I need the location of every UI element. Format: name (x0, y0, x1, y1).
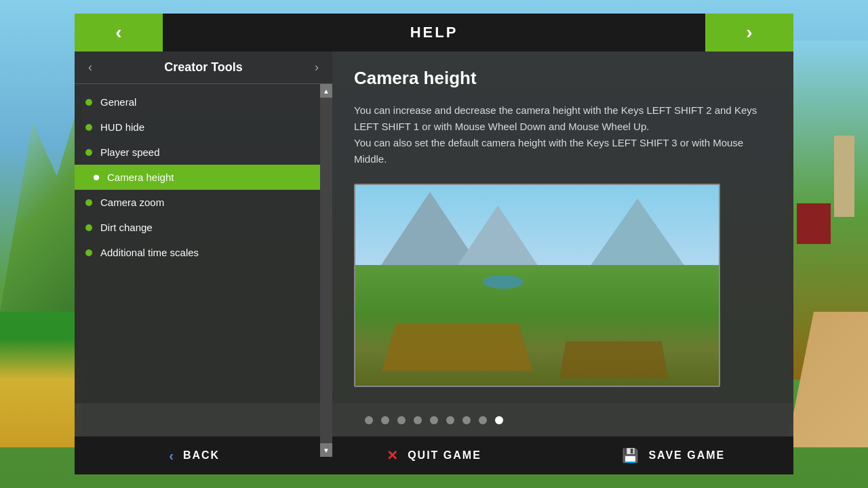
dot-6[interactable] (446, 416, 454, 424)
header-title: HELP (410, 24, 458, 41)
img-mountain3 (590, 199, 685, 266)
bullet-player-speed (85, 149, 92, 156)
bullet-dirt-change (85, 224, 92, 231)
nav-prev-icon: ‹ (115, 22, 121, 43)
img-water (483, 275, 524, 289)
dots-indicator-bar (75, 403, 793, 436)
bullet-additional-time-scales (85, 249, 92, 256)
sidebar-items-list: General HUD hide Player speed Camera hei… (75, 84, 332, 403)
quit-button[interactable]: ✕ QUIT GAME (314, 436, 553, 474)
back-label: BACK (183, 449, 220, 462)
sidebar-label-camera-height: Camera height (107, 171, 174, 183)
save-icon: 💾 (622, 447, 640, 464)
scroll-up-button[interactable]: ▲ (320, 84, 332, 98)
bg-silo (834, 136, 854, 217)
header-title-bar: HELP (163, 14, 705, 52)
content-paragraph1: You can increase and decrease the camera… (354, 102, 772, 167)
dot-5[interactable] (430, 416, 438, 424)
bg-sunflowers (0, 312, 81, 447)
quit-icon: ✕ (387, 447, 399, 464)
dot-8[interactable] (479, 416, 487, 424)
back-button[interactable]: ‹ BACK (75, 436, 314, 474)
dot-7[interactable] (462, 416, 471, 424)
bullet-general (85, 99, 92, 106)
img-fields1 (382, 324, 532, 371)
bottom-bar: ‹ BACK ✕ QUIT GAME 💾 SAVE GAME (75, 436, 793, 474)
sidebar: ‹ Creator Tools › General HUD hide (75, 52, 332, 403)
sidebar-label-dirt-change: Dirt change (100, 222, 153, 233)
main-content: Camera height You can increase and decre… (332, 52, 793, 403)
bullet-hud-hide (85, 124, 92, 131)
dot-9[interactable] (495, 416, 503, 424)
sidebar-item-general[interactable]: General (75, 89, 320, 115)
scroll-track (320, 98, 332, 403)
sidebar-label-player-speed: Player speed (100, 146, 160, 158)
content-title: Camera height (354, 68, 772, 89)
dot-1[interactable] (365, 416, 373, 424)
nav-prev-button[interactable]: ‹ (75, 14, 163, 52)
nav-next-button[interactable]: › (705, 14, 793, 52)
sidebar-label-additional-time-scales: Additional time scales (100, 247, 199, 258)
content-area: ‹ Creator Tools › General HUD hide (75, 52, 793, 403)
save-label: SAVE GAME (648, 449, 725, 462)
sidebar-item-additional-time-scales[interactable]: Additional time scales (75, 240, 320, 265)
dot-3[interactable] (397, 416, 406, 424)
sidebar-item-dirt-change[interactable]: Dirt change (75, 215, 320, 240)
bullet-camera-zoom (85, 199, 92, 206)
main-panel: ‹ HELP › ‹ Creator Tools › General (75, 14, 793, 474)
save-button[interactable]: 💾 SAVE GAME (554, 436, 793, 474)
sidebar-header: ‹ Creator Tools › (75, 52, 332, 84)
sidebar-label-hud-hide: HUD hide (100, 121, 144, 133)
sidebar-item-player-speed[interactable]: Player speed (75, 140, 320, 165)
quit-label: QUIT GAME (408, 449, 481, 462)
bullet-camera-height (94, 175, 99, 180)
sidebar-scrollbar: ▲ ▼ (320, 84, 332, 403)
sidebar-arrow-right[interactable]: › (312, 58, 321, 77)
dot-4[interactable] (414, 416, 422, 424)
sidebar-item-camera-height[interactable]: Camera height (75, 165, 320, 190)
sidebar-arrow-left[interactable]: ‹ (85, 58, 95, 77)
sidebar-label-camera-zoom: Camera zoom (100, 197, 164, 208)
bg-barn (797, 203, 831, 244)
sidebar-item-hud-hide[interactable]: HUD hide (75, 115, 320, 140)
sidebar-item-camera-zoom[interactable]: Camera zoom (75, 190, 320, 215)
sidebar-title: Creator Tools (164, 60, 243, 75)
img-fields2 (559, 341, 668, 378)
nav-next-icon: › (746, 22, 752, 43)
sidebar-label-general: General (100, 96, 136, 108)
dot-2[interactable] (381, 416, 389, 424)
top-bar: ‹ HELP › (75, 14, 793, 52)
content-image (354, 184, 720, 387)
back-icon: ‹ (169, 448, 175, 464)
img-mountain2 (457, 205, 538, 266)
